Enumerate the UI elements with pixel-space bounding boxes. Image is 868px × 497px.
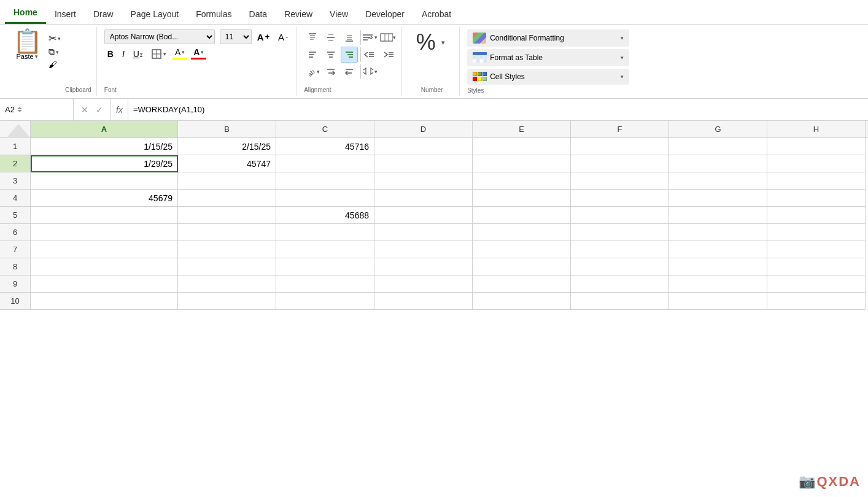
cell-C6[interactable] — [276, 224, 374, 241]
align-bottom-button[interactable] — [341, 29, 358, 45]
tab-developer[interactable]: Developer — [357, 4, 413, 24]
cell-C3[interactable] — [276, 172, 374, 190]
cell-B2[interactable]: 45747 — [178, 155, 276, 172]
tab-formulas[interactable]: Formulas — [187, 4, 240, 24]
increase-indent-button[interactable] — [379, 47, 397, 63]
cell-D9[interactable] — [374, 275, 473, 293]
cell-D4[interactable] — [374, 190, 473, 207]
format-painter-button[interactable]: 🖌 — [47, 59, 63, 70]
cell-D5[interactable] — [374, 207, 473, 224]
cell-B10[interactable] — [178, 293, 276, 310]
cell-B7[interactable] — [178, 241, 276, 258]
cell-F5[interactable] — [571, 207, 669, 224]
cell-F10[interactable] — [571, 293, 669, 310]
conditional-formatting-button[interactable]: Conditional Formatting ▾ — [467, 29, 629, 47]
cell-E9[interactable] — [473, 275, 571, 293]
cell-E7[interactable] — [473, 241, 571, 258]
col-header-F[interactable]: F — [571, 121, 669, 137]
cell-A2[interactable]: 1/29/25 — [31, 155, 178, 172]
merge-center-button[interactable]: ▾ — [379, 29, 397, 45]
cell-E10[interactable] — [473, 293, 571, 310]
cell-G8[interactable] — [669, 258, 767, 275]
align-center-button[interactable] — [322, 47, 339, 63]
cell-A5[interactable] — [31, 207, 178, 224]
col-header-C[interactable]: C — [276, 121, 374, 137]
cell-G9[interactable] — [669, 275, 767, 293]
copy-button[interactable]: ⧉ ▾ — [47, 46, 63, 58]
align-top-button[interactable] — [304, 29, 321, 45]
align-left-button[interactable] — [304, 47, 321, 63]
cell-A9[interactable] — [31, 275, 178, 293]
row-num-10[interactable]: 10 — [0, 293, 31, 310]
formula-input[interactable] — [128, 99, 868, 120]
col-header-H[interactable]: H — [767, 121, 866, 137]
italic-button[interactable]: I — [119, 47, 128, 61]
cell-G2[interactable] — [669, 155, 767, 172]
cell-B3[interactable] — [178, 172, 276, 190]
cell-B6[interactable] — [178, 224, 276, 241]
cell-C2[interactable] — [276, 155, 374, 172]
tab-draw[interactable]: Draw — [85, 4, 122, 24]
cell-F2[interactable] — [571, 155, 669, 172]
decrease-indent-button[interactable] — [361, 47, 378, 63]
cell-H5[interactable] — [767, 207, 866, 224]
paste-button[interactable]: 📋 Paste▾ — [10, 29, 44, 60]
cell-F7[interactable] — [571, 241, 669, 258]
cell-F4[interactable] — [571, 190, 669, 207]
font-family-select[interactable]: Aptos Narrow (Bod... — [104, 29, 215, 44]
tab-insert[interactable]: Insert — [46, 4, 85, 24]
ltr-button[interactable] — [341, 64, 358, 80]
expand-align-button[interactable]: ▾ — [361, 64, 378, 80]
cell-E8[interactable] — [473, 258, 571, 275]
cell-G7[interactable] — [669, 241, 767, 258]
cell-G4[interactable] — [669, 190, 767, 207]
font-color-button[interactable]: A ▾ — [190, 47, 207, 61]
cell-E3[interactable] — [473, 172, 571, 190]
cell-E4[interactable] — [473, 190, 571, 207]
wrap-text-button[interactable]: ▾ — [361, 29, 378, 45]
cell-B8[interactable] — [178, 258, 276, 275]
cut-button[interactable]: ✂ ▾ — [47, 32, 63, 45]
cell-C1[interactable]: 45716 — [276, 138, 374, 155]
rtl-button[interactable] — [322, 64, 339, 80]
cell-E6[interactable] — [473, 224, 571, 241]
row-num-7[interactable]: 7 — [0, 241, 31, 258]
cell-A6[interactable] — [31, 224, 178, 241]
cell-H10[interactable] — [767, 293, 866, 310]
cell-D2[interactable] — [374, 155, 473, 172]
cell-D10[interactable] — [374, 293, 473, 310]
col-header-B[interactable]: B — [178, 121, 276, 137]
cell-F8[interactable] — [571, 258, 669, 275]
row-num-2[interactable]: 2 — [0, 155, 31, 172]
decrease-font-size-button[interactable]: A- — [275, 29, 291, 44]
cell-A1[interactable]: 1/15/25 — [31, 138, 178, 155]
cell-H9[interactable] — [767, 275, 866, 293]
row-num-8[interactable]: 8 — [0, 258, 31, 275]
tab-page-layout[interactable]: Page Layout — [122, 4, 188, 24]
cell-A3[interactable] — [31, 172, 178, 190]
cell-H2[interactable] — [767, 155, 866, 172]
cell-G10[interactable] — [669, 293, 767, 310]
cell-G6[interactable] — [669, 224, 767, 241]
tab-review[interactable]: Review — [276, 4, 321, 24]
tab-data[interactable]: Data — [241, 4, 276, 24]
col-header-E[interactable]: E — [473, 121, 571, 137]
cell-styles-button[interactable]: Cell Styles ▾ — [467, 69, 629, 85]
corner-cell[interactable] — [0, 121, 31, 137]
cell-E2[interactable] — [473, 155, 571, 172]
borders-button[interactable]: ▾ — [148, 47, 169, 61]
cell-F3[interactable] — [571, 172, 669, 190]
cell-D6[interactable] — [374, 224, 473, 241]
underline-button[interactable]: U▾ — [130, 47, 145, 61]
cell-H3[interactable] — [767, 172, 866, 190]
cell-F1[interactable] — [571, 138, 669, 155]
cell-D7[interactable] — [374, 241, 473, 258]
row-num-6[interactable]: 6 — [0, 224, 31, 241]
increase-font-size-button[interactable]: A+ — [254, 29, 273, 44]
cell-C8[interactable] — [276, 258, 374, 275]
confirm-formula-button[interactable]: ✓ — [93, 104, 106, 116]
cell-H8[interactable] — [767, 258, 866, 275]
number-format-dropdown[interactable]: ▾ — [438, 35, 448, 50]
cell-E5[interactable] — [473, 207, 571, 224]
cell-H4[interactable] — [767, 190, 866, 207]
